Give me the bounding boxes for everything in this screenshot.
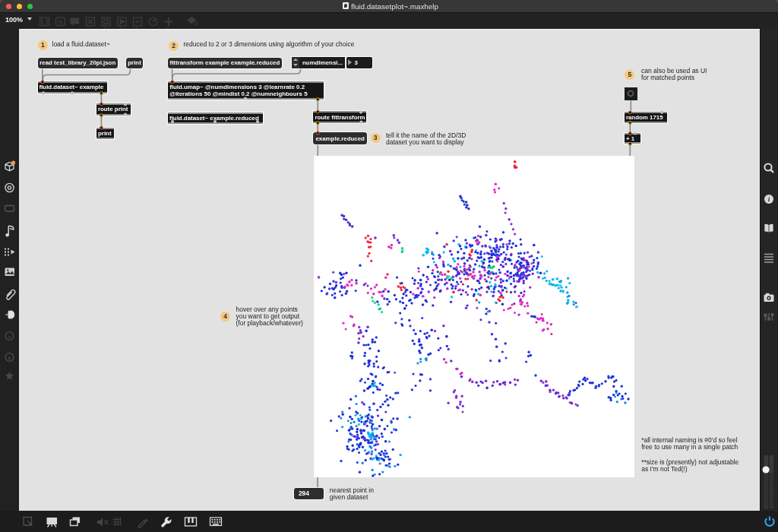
svg-text:m: m [59, 19, 63, 24]
